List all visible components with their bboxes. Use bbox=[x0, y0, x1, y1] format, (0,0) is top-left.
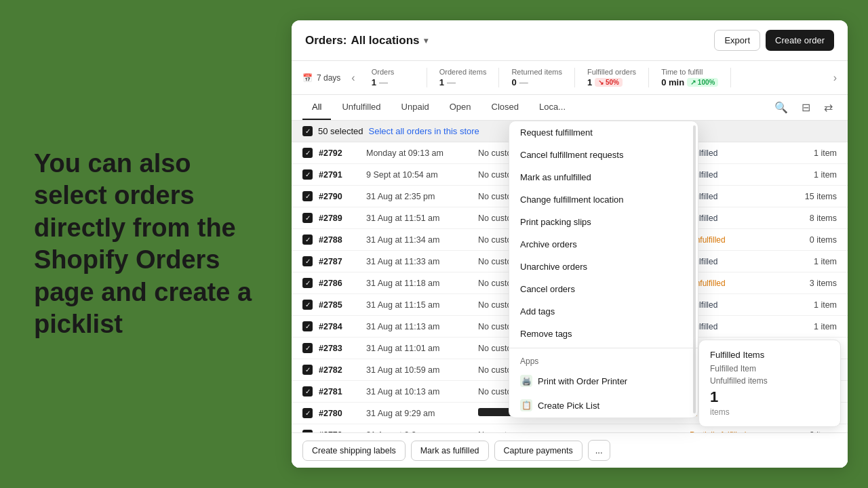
calendar-icon: 📅 bbox=[302, 73, 313, 83]
order-id: #2791 bbox=[319, 170, 366, 180]
app-icon: 📋 bbox=[520, 399, 532, 411]
stat-time-label: Time to fulfill bbox=[661, 68, 718, 76]
dropdown-item[interactable]: Request fulfillment bbox=[509, 121, 698, 144]
tab-loca[interactable]: Loca... bbox=[530, 95, 575, 120]
tab-open[interactable]: Open bbox=[440, 95, 481, 120]
checkbox-icon: ✓ bbox=[302, 343, 313, 353]
row-checkbox[interactable]: ✓ bbox=[302, 148, 319, 158]
info-popup-fulfilled-item: Fulfilled Item bbox=[710, 364, 829, 373]
tab-closed[interactable]: Closed bbox=[482, 95, 528, 120]
dropdown-item-label: Change fulfillment location bbox=[520, 195, 623, 205]
stats-date[interactable]: 📅 7 days bbox=[302, 73, 340, 83]
stat-time: Time to fulfill 0 min ↗ 100% bbox=[649, 68, 731, 87]
order-id: #2788 bbox=[319, 235, 366, 245]
dropdown-item-label: Cancel orders bbox=[520, 284, 575, 294]
order-id: #2792 bbox=[319, 148, 366, 158]
dropdown-app-item[interactable]: 📋Create Pick List bbox=[509, 393, 698, 418]
row-checkbox[interactable]: ✓ bbox=[302, 343, 319, 353]
order-id: #2789 bbox=[319, 214, 366, 223]
order-id: #2782 bbox=[319, 365, 366, 375]
row-checkbox[interactable]: ✓ bbox=[302, 169, 319, 180]
chevron-down-icon: ▾ bbox=[424, 36, 428, 45]
sort-icon[interactable]: ⇄ bbox=[820, 98, 837, 117]
dropdown-item-label: Remove tags bbox=[520, 329, 572, 339]
dropdown-item[interactable]: Archive orders bbox=[509, 233, 698, 256]
row-checkbox[interactable]: ✓ bbox=[302, 365, 319, 375]
row-checkbox[interactable]: ✓ bbox=[302, 408, 319, 418]
tab-unpaid[interactable]: Unpaid bbox=[392, 95, 439, 120]
create-shipping-button[interactable]: Create shipping labels bbox=[302, 441, 406, 461]
app-icon: 🖨️ bbox=[520, 375, 532, 387]
row-checkbox[interactable]: ✓ bbox=[302, 386, 319, 396]
stats-next-icon[interactable]: › bbox=[833, 72, 837, 84]
dropdown-item[interactable]: Change fulfillment location bbox=[509, 188, 698, 211]
stat-time-badge: ↗ 100% bbox=[687, 78, 718, 87]
tab-all[interactable]: All bbox=[302, 95, 331, 120]
order-id: #2787 bbox=[319, 257, 366, 266]
dropdown-item[interactable]: Print packing slips bbox=[509, 211, 698, 233]
capture-payments-button[interactable]: Capture payments bbox=[494, 441, 583, 461]
row-checkbox[interactable]: ✓ bbox=[302, 278, 319, 288]
filter-bar: All Unfulfilled Unpaid Open Closed Loca.… bbox=[292, 95, 848, 121]
checkbox-icon: ✓ bbox=[302, 256, 313, 266]
filter-actions: 🔍 ⊟ ⇄ bbox=[770, 98, 837, 117]
dropdown-item-label: Archive orders bbox=[520, 239, 577, 249]
select-all-link[interactable]: Select all orders in this store bbox=[369, 126, 479, 136]
dropdown-item-label: Add tags bbox=[520, 306, 555, 317]
dropdown-item[interactable]: Remove tags bbox=[509, 323, 698, 345]
dropdown-item[interactable]: Cancel fulfillment requests bbox=[509, 144, 698, 166]
checkbox-icon: ✓ bbox=[302, 300, 313, 310]
row-checkbox[interactable]: ✓ bbox=[302, 235, 319, 245]
order-items: 0 items bbox=[789, 235, 837, 245]
order-date: 31 Aug at 11:34 am bbox=[366, 235, 478, 245]
row-checkbox[interactable]: ✓ bbox=[302, 213, 319, 223]
orders-location[interactable]: All locations bbox=[351, 34, 419, 47]
info-popup-title: Fulfilled Items bbox=[710, 350, 829, 360]
stats-prev-icon[interactable]: ‹ bbox=[347, 72, 359, 84]
dropdown-app-item[interactable]: 🖨️Print with Order Printer bbox=[509, 369, 698, 393]
mark-fulfilled-button[interactable]: Mark as fulfilled bbox=[411, 441, 489, 461]
dropdown-item[interactable]: Add tags bbox=[509, 300, 698, 323]
checkbox-icon: ✓ bbox=[302, 213, 313, 223]
header-actions: Export Create order bbox=[714, 30, 834, 51]
order-items: 1 item bbox=[789, 300, 837, 310]
bottom-bar: Create shipping labels Mark as fulfilled… bbox=[292, 432, 848, 468]
orders-title: Orders: All locations ▾ bbox=[305, 34, 428, 47]
more-actions-button[interactable]: ... bbox=[588, 440, 610, 461]
checkbox-icon: ✓ bbox=[302, 235, 313, 245]
filter-icon[interactable]: ⊟ bbox=[797, 98, 814, 117]
stat-orders-value: 1 — bbox=[372, 77, 414, 87]
order-id: #2781 bbox=[319, 387, 366, 396]
order-date: Monday at 09:13 am bbox=[366, 148, 478, 158]
stat-time-value: 0 min ↗ 100% bbox=[661, 77, 718, 87]
order-id: #2783 bbox=[319, 344, 366, 353]
search-icon[interactable]: 🔍 bbox=[770, 98, 792, 117]
export-button[interactable]: Export bbox=[714, 30, 760, 51]
create-order-button[interactable]: Create order bbox=[766, 30, 834, 51]
tab-unfulfilled[interactable]: Unfulfilled bbox=[332, 95, 390, 120]
order-date: 31 Aug at 10:13 am bbox=[366, 387, 478, 396]
orders-title-text: Orders: bbox=[305, 34, 347, 47]
order-date: 31 Aug at 2:35 pm bbox=[366, 192, 478, 201]
info-popup-count: 1 bbox=[710, 388, 829, 406]
dropdown-app-label: Print with Order Printer bbox=[538, 376, 627, 386]
row-checkbox[interactable]: ✓ bbox=[302, 321, 319, 331]
order-date: 9 Sept at 10:54 am bbox=[366, 170, 478, 180]
order-id: #2785 bbox=[319, 300, 366, 310]
stats-bar: 📅 7 days ‹ Orders 1 — Ordered items 1 — … bbox=[292, 61, 848, 95]
select-all-checkbox[interactable]: ✓ bbox=[302, 126, 313, 136]
row-checkbox[interactable]: ✓ bbox=[302, 256, 319, 266]
stat-returned: Returned items 0 — bbox=[499, 68, 575, 87]
dropdown-item[interactable]: Cancel orders bbox=[509, 278, 698, 300]
info-popup-unfulfilled: Unfulfilled items bbox=[710, 376, 829, 386]
row-checkbox[interactable]: ✓ bbox=[302, 300, 319, 310]
left-panel: You can also select orders directly from… bbox=[0, 107, 292, 382]
stat-ordered-value: 1 — bbox=[439, 77, 487, 87]
checkbox-icon: ✓ bbox=[302, 169, 313, 180]
dropdown-item[interactable]: Mark as unfulfilled bbox=[509, 166, 698, 188]
intro-heading: You can also select orders directly from… bbox=[34, 148, 258, 341]
checkbox-icon: ✓ bbox=[302, 191, 313, 201]
order-id: #2786 bbox=[319, 279, 366, 288]
dropdown-item[interactable]: Unarchive orders bbox=[509, 256, 698, 278]
row-checkbox[interactable]: ✓ bbox=[302, 191, 319, 201]
